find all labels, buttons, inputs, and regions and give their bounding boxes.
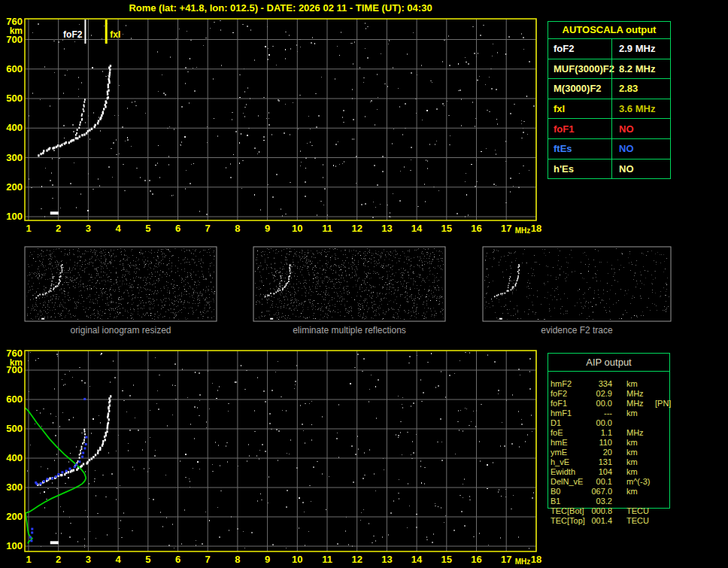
aip-cell-v: 00.0 [590,418,612,428]
aip-cell-p: Ewidth [551,467,590,477]
aip-cell-v: 104 [590,467,612,477]
panel-noise [255,248,444,320]
aip-row: B0067.0km [551,487,682,497]
axis-label: 100 [6,211,23,222]
bottom-profile-plot: 760700600500400300200100km12345678910111… [6,348,541,566]
autoscala-row-hes: h'Es NO [548,159,670,179]
autoscala-value: NO [611,159,670,179]
grid-lines [25,351,536,551]
axis-label: 400 [6,452,23,463]
aip-cell-sp [612,467,626,477]
autoscala-table: AUTOSCALA output foF2 2.9 MHz MUF(3000)F… [548,21,671,179]
axis-label: 8 [235,223,240,234]
axis-label: 2 [56,554,61,565]
axis-label: 1 [26,554,31,565]
aip-cell-p: h_vE [551,457,590,467]
aip-cell-u: km [626,487,655,497]
axis-label: 14 [411,223,423,234]
axis-label: 18 [531,223,541,234]
calibration-dash [50,541,59,544]
aip-cell-v: 000.8 [590,506,612,516]
aip-cell-p: hmF1 [551,409,590,418]
axis-label: 17 [501,223,511,234]
aip-row: TEC[Bot]000.8TECU [551,506,682,516]
aip-row: TEC[Top]001.4TECU [551,516,682,526]
aip-cell-u: km [626,448,655,457]
aip-cell-u: km [626,467,655,477]
axis-label: 6 [175,554,180,565]
calibration-dash [50,211,59,214]
axis-labels: 760700600500400300200100km12345678910111… [6,348,541,566]
panel-trace [265,264,291,319]
autoscala-value: 2.9 MHz [611,39,670,59]
autoscala-param: MUF(3000)F2 [548,59,611,79]
axis-label: MHz [515,226,531,235]
aip-cell-p: foF2 [551,389,590,399]
axis-label: km [10,26,23,36]
axis-label: 500 [6,423,23,434]
aip-cell-v: 1.1 [590,428,612,438]
axis-label: 7 [205,223,211,234]
axis-label: MHz [515,557,531,566]
panel-border [25,247,217,321]
aip-cell-v: 00.0 [590,399,612,409]
aip-cell-p: D1 [551,418,590,428]
axis-label: 200 [6,511,23,522]
aip-cell-u: TECU [626,506,655,516]
axis-label: 600 [6,393,23,405]
plot-border [25,19,536,220]
aip-cell-e [655,497,682,506]
autoscala-param: h'Es [548,159,611,179]
aip-row: foF100.0MHz[PN] [551,399,682,409]
axis-label: 6 [175,223,180,234]
axis-label: 4 [115,554,121,565]
axis-label: foF2 [63,29,83,40]
axis-label: fxI [110,29,120,40]
axis-label: 300 [6,481,23,493]
ionogram-trace [38,65,111,156]
panel-noise [484,248,669,320]
aip-rows: hmF2334kmfoF202.9MHzfoF100.0MHz[PN]hmF1-… [551,379,682,526]
aip-cell-e [655,438,682,448]
panel-caption-eliminate: eliminate multiple reflections [253,325,445,336]
axis-label: 9 [265,223,270,234]
axis-label: 300 [6,152,23,163]
aip-cell-p: foE [551,428,590,438]
axis-label: 12 [351,223,362,234]
aip-cell-v: --- [590,409,612,418]
autoscala-value: 2.83 [611,79,670,99]
aip-cell-sp [612,487,626,497]
autoscala-param: foF1 [548,119,611,138]
aip-cell-sp [612,399,626,409]
panel-border [253,247,445,321]
aip-cell-u: km [626,438,655,448]
aip-cell-p: TEC[Top] [551,516,590,526]
axis-label: 9 [265,554,270,565]
aip-cell-v: 067.0 [590,487,612,497]
autoscala-value: NO [611,119,670,138]
axis-label: 16 [471,223,481,234]
axis-label: 13 [381,554,392,565]
aip-cell-u: km [626,409,655,418]
top-ionogram-plot: foF2fxI760700600500400300200100km1234567… [6,16,541,235]
aip-row: ymE20km [551,448,682,457]
autoscala-row-fof2: foF2 2.9 MHz [548,39,670,59]
aip-cell-u: MHz [626,428,655,438]
aip-cell-e [655,457,682,467]
axis-label: 15 [441,554,452,565]
aip-row: hmF2334km [551,379,682,389]
aip-cell-p: B1 [551,497,590,506]
autoscala-param: ftEs [548,139,611,159]
panel-eliminate-reflections [253,247,445,321]
aip-cell-v: 20 [590,448,612,457]
aip-cell-e [655,418,682,428]
axis-label: 100 [6,540,23,551]
axis-label: 3 [86,554,91,565]
aip-cell-p: foF1 [551,399,590,409]
axis-label: 16 [471,554,481,565]
axis-label: 3 [86,223,91,234]
aip-cell-v: 334 [590,379,612,389]
axis-label: 15 [441,223,452,234]
aip-cell-v: 131 [590,457,612,467]
aip-cell-v: 001.4 [590,516,612,526]
